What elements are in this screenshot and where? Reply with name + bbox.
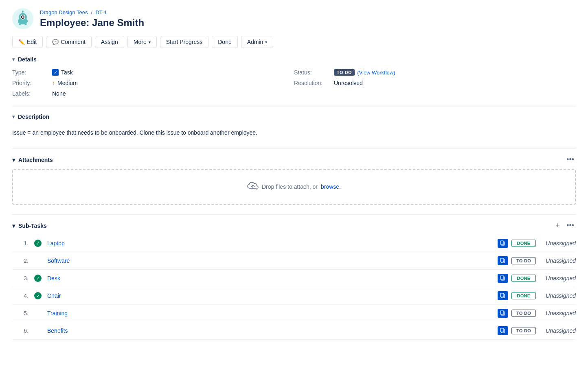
subtask-copy-icon[interactable] bbox=[498, 274, 508, 283]
subtask-status-badge[interactable]: TO DO bbox=[511, 257, 536, 264]
subtask-copy-icon[interactable] bbox=[498, 326, 508, 335]
labels-label: Labels: bbox=[12, 90, 49, 97]
task-checkbox-icon: ✓ bbox=[52, 69, 59, 76]
toolbar: ✏️ Edit 💬 Comment Assign More ▾ Start Pr… bbox=[12, 36, 576, 48]
subtask-name-link[interactable]: Chair bbox=[47, 292, 494, 299]
done-checkmark-icon: ✓ bbox=[34, 292, 42, 299]
description-section: ▾ Description Issue = an employee that n… bbox=[12, 113, 576, 139]
done-button[interactable]: Done bbox=[212, 36, 237, 48]
subtask-name-link[interactable]: Benefits bbox=[47, 327, 494, 334]
priority-value: ↑ Medium bbox=[52, 80, 78, 86]
done-checkmark-icon: ✓ bbox=[34, 275, 42, 282]
svg-rect-22 bbox=[500, 328, 504, 332]
subtask-status-badge[interactable]: TO DO bbox=[511, 327, 536, 334]
empty-status-icon bbox=[34, 310, 42, 317]
svg-rect-20 bbox=[500, 311, 504, 314]
type-label: Type: bbox=[12, 69, 49, 76]
empty-status-icon bbox=[34, 257, 42, 264]
subtask-number: 5. bbox=[12, 310, 29, 316]
comment-icon: 💬 bbox=[52, 39, 59, 45]
status-badge[interactable]: TO DO bbox=[334, 69, 355, 76]
resolution-label: Resolution: bbox=[294, 80, 331, 86]
svg-point-5 bbox=[22, 16, 24, 18]
drop-zone-text: Drop files to attach, or bbox=[262, 183, 318, 190]
attachments-heading: Attachments bbox=[18, 157, 53, 163]
labels-row: Labels: None bbox=[12, 90, 294, 97]
subtask-name-link[interactable]: Desk bbox=[47, 275, 494, 281]
resolution-row: Resolution: Unresolved bbox=[294, 80, 576, 86]
subtask-assignee[interactable]: Unassigned bbox=[539, 310, 576, 316]
subtask-name-link[interactable]: Software bbox=[47, 257, 494, 264]
svg-rect-16 bbox=[500, 276, 504, 279]
subtask-row: 5.TrainingTO DOUnassigned bbox=[12, 305, 576, 322]
description-text: Issue = an employee that needs to be onb… bbox=[12, 127, 576, 139]
subtask-done-icon bbox=[32, 310, 44, 317]
status-row: Status: TO DO (View Workflow) bbox=[294, 69, 576, 76]
status-value: TO DO (View Workflow) bbox=[334, 69, 395, 76]
upload-cloud-icon bbox=[247, 181, 259, 192]
subtasks-chevron[interactable]: ▾ bbox=[12, 223, 15, 229]
status-label: Status: bbox=[294, 69, 331, 76]
subtasks-more-button[interactable]: ••• bbox=[565, 221, 576, 230]
subtasks-add-button[interactable]: + bbox=[554, 221, 562, 230]
priority-row: Priority: ↑ Medium bbox=[12, 80, 294, 86]
attachments-chevron[interactable]: ▾ bbox=[12, 157, 15, 163]
svg-rect-12 bbox=[500, 241, 504, 244]
subtask-number: 2. bbox=[12, 257, 29, 264]
subtask-done-icon: ✓ bbox=[32, 275, 44, 282]
subtask-assignee[interactable]: Unassigned bbox=[539, 275, 576, 281]
empty-status-icon bbox=[34, 327, 42, 334]
chevron-down-icon-admin: ▾ bbox=[265, 40, 267, 44]
attachments-more-button[interactable]: ••• bbox=[565, 155, 576, 164]
view-workflow-link[interactable]: (View Workflow) bbox=[357, 70, 395, 76]
subtask-status-badge[interactable]: DONE bbox=[511, 240, 536, 247]
browse-link[interactable]: browse. bbox=[321, 183, 341, 190]
admin-button[interactable]: Admin ▾ bbox=[241, 36, 274, 48]
subtask-done-icon: ✓ bbox=[32, 292, 44, 299]
details-chevron[interactable]: ▾ bbox=[12, 57, 15, 62]
subtask-status-badge[interactable]: DONE bbox=[511, 275, 536, 282]
subtasks-section: ▾ Sub-Tasks + ••• 1.✓LaptopDONEUnassigne… bbox=[12, 221, 576, 340]
subtask-assignee[interactable]: Unassigned bbox=[539, 327, 576, 334]
comment-button[interactable]: 💬 Comment bbox=[46, 36, 92, 48]
subtask-number: 4. bbox=[12, 292, 29, 299]
subtask-number: 6. bbox=[12, 327, 29, 334]
edit-icon: ✏️ bbox=[18, 39, 25, 45]
subtask-status-badge[interactable]: TO DO bbox=[511, 310, 536, 317]
priority-arrow-icon: ↑ bbox=[52, 80, 55, 86]
subtask-copy-icon[interactable] bbox=[498, 291, 508, 300]
subtask-copy-icon[interactable] bbox=[498, 256, 508, 265]
file-drop-zone[interactable]: Drop files to attach, or browse. bbox=[12, 169, 576, 205]
subtask-number: 1. bbox=[12, 240, 29, 247]
more-button[interactable]: More ▾ bbox=[127, 36, 157, 48]
subtask-assignee[interactable]: Unassigned bbox=[539, 292, 576, 299]
project-logo bbox=[12, 8, 33, 29]
details-section: ▾ Details Type: ✓ Task Priority: ↑ Mediu… bbox=[12, 56, 576, 97]
subtask-name-link[interactable]: Training bbox=[47, 310, 494, 316]
subtask-assignee[interactable]: Unassigned bbox=[539, 257, 576, 264]
attachments-section: ▾ Attachments ••• Drop files to attach, … bbox=[12, 155, 576, 205]
svg-point-9 bbox=[24, 23, 27, 25]
svg-point-8 bbox=[19, 23, 21, 25]
assign-button[interactable]: Assign bbox=[95, 36, 124, 48]
edit-button[interactable]: ✏️ Edit bbox=[12, 36, 43, 48]
breadcrumb-separator: / bbox=[91, 9, 92, 15]
subtask-status-badge[interactable]: DONE bbox=[511, 292, 536, 299]
subtask-row: 2.SoftwareTO DOUnassigned bbox=[12, 252, 576, 270]
breadcrumb-project[interactable]: Dragon Design Tees bbox=[40, 9, 88, 15]
page-title: Employee: Jane Smith bbox=[40, 17, 144, 28]
subtask-number: 3. bbox=[12, 275, 29, 281]
breadcrumb-issue[interactable]: DT-1 bbox=[95, 9, 107, 15]
subtask-copy-icon[interactable] bbox=[498, 309, 508, 318]
subtask-name-link[interactable]: Laptop bbox=[47, 240, 494, 247]
resolution-value: Unresolved bbox=[334, 80, 363, 86]
description-chevron[interactable]: ▾ bbox=[12, 114, 15, 120]
subtask-row: 4.✓ChairDONEUnassigned bbox=[12, 287, 576, 305]
subtask-copy-icon[interactable] bbox=[498, 239, 508, 248]
subtask-row: 1.✓LaptopDONEUnassigned bbox=[12, 235, 576, 252]
svg-rect-18 bbox=[500, 293, 504, 297]
subtask-assignee[interactable]: Unassigned bbox=[539, 240, 576, 247]
start-progress-button[interactable]: Start Progress bbox=[160, 36, 208, 48]
breadcrumb: Dragon Design Tees / DT-1 bbox=[40, 9, 144, 15]
svg-point-7 bbox=[22, 11, 24, 12]
